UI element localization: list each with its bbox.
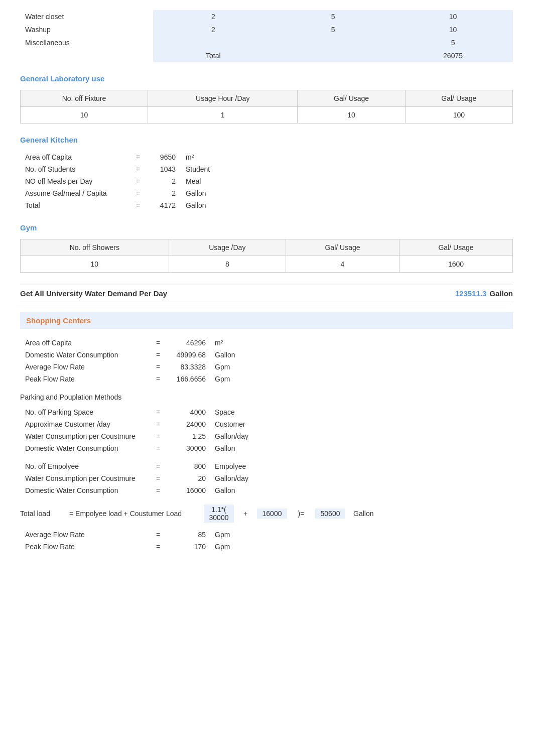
- row-col2: 2: [153, 23, 273, 36]
- row-col3: [273, 36, 393, 49]
- calc-eq: =: [151, 484, 166, 496]
- calc-unit: Gallon: [211, 442, 261, 454]
- calc-val: 85: [166, 529, 211, 541]
- shopping-title: Shopping Centers: [20, 312, 513, 329]
- calc-unit: Space: [211, 406, 261, 418]
- calc-unit: Gpm: [211, 361, 261, 373]
- kitchen-row: No. off Students = 1043 Student: [20, 163, 231, 175]
- kitchen-eq: =: [130, 151, 146, 163]
- calc-unit: Gallon/day: [211, 430, 261, 442]
- kitchen-row: NO off Meals per Day = 2 Meal: [20, 175, 231, 187]
- kitchen-unit: Student: [181, 163, 231, 175]
- header-cell: Gal/ Usage: [405, 90, 512, 107]
- kitchen-eq: =: [130, 163, 146, 175]
- parking-table: No. off Parking Space = 4000 Space Appro…: [20, 406, 261, 454]
- calc-val: 30000: [166, 442, 211, 454]
- gym-header-row: No. off ShowersUsage /DayGal/ UsageGal/ …: [21, 239, 513, 256]
- total-load-plus: +: [238, 510, 253, 518]
- calc-row: Water Consumption per Coustmure = 1.25 G…: [20, 430, 261, 442]
- gym-title: Gym: [20, 223, 513, 232]
- calc-label: Domestic Water Consumption: [20, 349, 151, 361]
- calc-row: Peak Flow Rate = 166.6656 Gpm: [20, 373, 261, 385]
- flow-table: Average Flow Rate = 85 Gpm Peak Flow Rat…: [20, 529, 261, 553]
- parking-subtitle: Parking and Pouplation Methods: [20, 393, 513, 401]
- calc-label: No. off Empolyee: [20, 460, 151, 472]
- calc-eq: =: [151, 406, 166, 418]
- top-section: Water closet 2 5 10 Washup 2 5 10 Miscel…: [20, 10, 513, 62]
- calc-eq: =: [151, 541, 166, 553]
- calc-unit: Gpm: [211, 373, 261, 385]
- demand-label: Get All University Water Demand Per Day: [20, 289, 455, 298]
- calc-label: Approximae Customer /day: [20, 418, 151, 430]
- row-col3: 5: [273, 23, 393, 36]
- general-kitchen-title: General Kitchen: [20, 136, 513, 144]
- top-table-row: Water closet 2 5 10: [20, 10, 513, 23]
- demand-line: Get All University Water Demand Per Day …: [20, 285, 513, 302]
- calc-label: Peak Flow Rate: [20, 541, 151, 553]
- calc-unit: Gallon: [211, 484, 261, 496]
- row-col2: 2: [153, 10, 273, 23]
- row-col2: [153, 36, 273, 49]
- row-col4: 10: [393, 23, 513, 36]
- row-col4: 10: [393, 10, 513, 23]
- value-cell: 10: [21, 256, 169, 273]
- calc-row: Water Consumption per Coustmure = 20 Gal…: [20, 472, 261, 484]
- calc-eq: =: [151, 373, 166, 385]
- row-label: Water closet: [20, 10, 153, 23]
- value-cell: 100: [405, 107, 512, 123]
- calc-unit: Gpm: [211, 541, 261, 553]
- total-load-val2: 16000: [257, 509, 287, 519]
- kitchen-row: Assume Gal/meal / Capita = 2 Gallon: [20, 187, 231, 199]
- top-table: Water closet 2 5 10 Washup 2 5 10 Miscel…: [20, 10, 513, 62]
- total-load-label: Total load: [20, 510, 65, 518]
- shopping-section: Shopping Centers Area off Capita = 46296…: [20, 312, 513, 553]
- header-cell: No. off Showers: [21, 239, 169, 256]
- general-lab-header-row: No. off FixtureUsage Hour /DayGal/ Usage…: [21, 90, 513, 107]
- kitchen-val: 2: [146, 187, 181, 199]
- employee-table: No. off Empolyee = 800 Empolyee Water Co…: [20, 460, 261, 496]
- general-kitchen-table: Area off Capita = 9650 m² No. off Studen…: [20, 151, 231, 211]
- calc-val: 170: [166, 541, 211, 553]
- value-cell: 4: [286, 256, 399, 273]
- total-load-val1: 1.1*( 30000: [204, 505, 234, 523]
- calc-unit: m²: [211, 337, 261, 349]
- total-value: 26075: [393, 49, 513, 62]
- calc-row: Domestic Water Consumption = 30000 Gallo…: [20, 442, 261, 454]
- header-cell: Gal/ Usage: [298, 90, 405, 107]
- general-lab-value-row: 10110100: [21, 107, 513, 123]
- calc-label: Water Consumption per Coustmure: [20, 472, 151, 484]
- total-load-row: Total load = Empolyee load + Coustumer L…: [20, 505, 513, 523]
- calc-val: 1.25: [166, 430, 211, 442]
- calc-eq: =: [151, 472, 166, 484]
- demand-unit: Gallon: [489, 289, 513, 298]
- kitchen-eq: =: [130, 199, 146, 211]
- calc-val: 24000: [166, 418, 211, 430]
- row-col3: 5: [273, 10, 393, 23]
- calc-label: Average Flow Rate: [20, 529, 151, 541]
- calc-label: Water Consumption per Coustmure: [20, 430, 151, 442]
- kitchen-label: Assume Gal/meal / Capita: [20, 187, 130, 199]
- total-load-result: 50600: [315, 509, 345, 519]
- gym-value-row: 10841600: [21, 256, 513, 273]
- row-label: Miscellaneous: [20, 36, 153, 49]
- calc-label: Domestic Water Consumption: [20, 442, 151, 454]
- header-cell: Usage Hour /Day: [148, 90, 298, 107]
- general-kitchen-section: General Kitchen Area off Capita = 9650 m…: [20, 136, 513, 211]
- shopping-area-table: Area off Capita = 46296 m² Domestic Wate…: [20, 337, 261, 385]
- calc-val: 83.3328: [166, 361, 211, 373]
- general-lab-section: General Laboratory use No. off FixtureUs…: [20, 74, 513, 123]
- kitchen-eq: =: [130, 187, 146, 199]
- total-col3: [273, 49, 393, 62]
- calc-eq: =: [151, 430, 166, 442]
- top-table-row: Washup 2 5 10: [20, 23, 513, 36]
- calc-label: Domestic Water Consumption: [20, 484, 151, 496]
- kitchen-row: Area off Capita = 9650 m²: [20, 151, 231, 163]
- top-table-row: Miscellaneous 5: [20, 36, 513, 49]
- header-cell: Gal/ Usage: [399, 239, 512, 256]
- calc-row: Area off Capita = 46296 m²: [20, 337, 261, 349]
- value-cell: 1: [148, 107, 298, 123]
- calc-eq: =: [151, 442, 166, 454]
- total-col2: Total: [153, 49, 273, 62]
- total-load-mult: 1.1*(: [211, 506, 226, 514]
- value-cell: 1600: [399, 256, 512, 273]
